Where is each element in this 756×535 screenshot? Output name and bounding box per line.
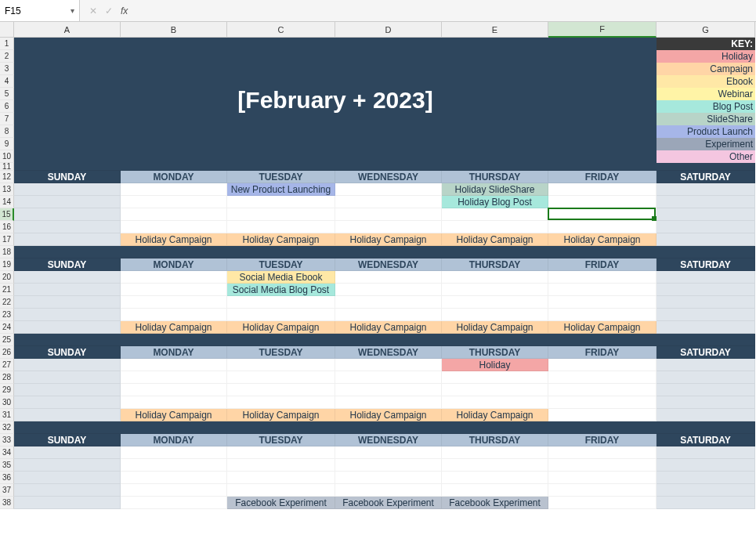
cell-B30[interactable] (121, 396, 227, 409)
event-campaign-C24[interactable]: Holiday Campaign (227, 321, 335, 334)
cell-B38[interactable] (121, 497, 227, 509)
row-header-8[interactable]: 8 (0, 125, 14, 138)
cell-A15[interactable] (14, 208, 121, 221)
cell-B36[interactable] (121, 472, 227, 484)
cell-B29[interactable] (121, 384, 227, 396)
column-header-C[interactable]: C (227, 22, 335, 38)
cell-G22[interactable] (657, 296, 755, 309)
event-campaign-D31[interactable]: Holiday Campaign (335, 409, 442, 421)
event-campaign-B17[interactable]: Holiday Campaign (121, 233, 227, 246)
cell-A13[interactable] (14, 183, 121, 196)
cell-D13[interactable] (335, 183, 442, 196)
row-header-20[interactable]: 20 (0, 271, 14, 284)
row-header-13[interactable]: 13 (0, 183, 14, 196)
cell-F27[interactable] (548, 359, 657, 371)
fx-icon[interactable]: fx (121, 5, 128, 16)
row-header-12[interactable]: 12 (0, 171, 14, 183)
event-campaign-D17[interactable]: Holiday Campaign (335, 233, 442, 246)
cell-G36[interactable] (657, 472, 755, 484)
event-campaign-B31[interactable]: Holiday Campaign (121, 409, 227, 421)
cell-B22[interactable] (121, 296, 227, 309)
row-header-9[interactable]: 9 (0, 138, 14, 150)
cell-A27[interactable] (14, 359, 121, 371)
row-header-27[interactable]: 27 (0, 359, 14, 371)
cell-B34[interactable] (121, 446, 227, 459)
cell-E37[interactable] (442, 484, 548, 497)
cell-A29[interactable] (14, 384, 121, 396)
row-header-15[interactable]: 15 (0, 208, 14, 221)
cell-F37[interactable] (548, 484, 657, 497)
cell-C30[interactable] (227, 396, 335, 409)
row-header-7[interactable]: 7 (0, 113, 14, 125)
event-campaign-F24[interactable]: Holiday Campaign (548, 321, 657, 334)
cell-G13[interactable] (657, 183, 755, 196)
cell-G38[interactable] (657, 497, 755, 509)
cell-G24[interactable] (657, 321, 755, 334)
cell-C28[interactable] (227, 371, 335, 384)
cell-B37[interactable] (121, 484, 227, 497)
cell-A21[interactable] (14, 284, 121, 296)
cell-F35[interactable] (548, 459, 657, 472)
row-header-21[interactable]: 21 (0, 284, 14, 296)
cell-A31[interactable] (14, 409, 121, 421)
event-blog-E14[interactable]: Holiday Blog Post (442, 196, 548, 208)
cell-E36[interactable] (442, 472, 548, 484)
event-blog-C21[interactable]: Social Media Blog Post (227, 284, 335, 296)
cancel-icon[interactable]: ✕ (89, 5, 97, 16)
cell-A36[interactable] (14, 472, 121, 484)
column-header-E[interactable]: E (442, 22, 548, 38)
row-header-11[interactable]: 11 (0, 163, 14, 171)
cell-F28[interactable] (548, 371, 657, 384)
event-experiment-D38[interactable]: Facebook Experiment (335, 497, 442, 509)
cell-E15[interactable] (442, 208, 548, 221)
cell-A28[interactable] (14, 371, 121, 384)
cell-B35[interactable] (121, 459, 227, 472)
row-header-17[interactable]: 17 (0, 233, 14, 246)
cell-F30[interactable] (548, 396, 657, 409)
cell-A17[interactable] (14, 233, 121, 246)
cell-D37[interactable] (335, 484, 442, 497)
row-header-5[interactable]: 5 (0, 88, 14, 100)
cell-F14[interactable] (548, 196, 657, 208)
event-holiday-E27[interactable]: Holiday (442, 359, 548, 371)
row-header-33[interactable]: 33 (0, 434, 14, 446)
cell-F16[interactable] (548, 221, 657, 233)
name-box[interactable]: F15 ▾ (0, 0, 80, 21)
event-experiment-E38[interactable]: Facebook Experiment (442, 497, 548, 509)
row-header-1[interactable]: 1 (0, 38, 14, 50)
cell-D15[interactable] (335, 208, 442, 221)
event-campaign-E31[interactable]: Holiday Campaign (442, 409, 548, 421)
cell-C34[interactable] (227, 446, 335, 459)
column-header-B[interactable]: B (121, 22, 227, 38)
event-experiment-C38[interactable]: Facebook Experiment (227, 497, 335, 509)
column-header-F[interactable]: F (548, 22, 657, 38)
event-campaign-C17[interactable]: Holiday Campaign (227, 233, 335, 246)
event-campaign-C31[interactable]: Holiday Campaign (227, 409, 335, 421)
cell-F23[interactable] (548, 309, 657, 321)
cell-F34[interactable] (548, 446, 657, 459)
cell-G37[interactable] (657, 484, 755, 497)
cell-D30[interactable] (335, 396, 442, 409)
column-header-D[interactable]: D (335, 22, 442, 38)
grid[interactable]: 1234567891011121314151617181920212223242… (0, 38, 756, 535)
row-header-6[interactable]: 6 (0, 100, 14, 113)
cell-F22[interactable] (548, 296, 657, 309)
cell-F13[interactable] (548, 183, 657, 196)
cell-D14[interactable] (335, 196, 442, 208)
cell-G30[interactable] (657, 396, 755, 409)
cell-C29[interactable] (227, 384, 335, 396)
cell-D34[interactable] (335, 446, 442, 459)
row-header-30[interactable]: 30 (0, 396, 14, 409)
cell-B13[interactable] (121, 183, 227, 196)
row-header-29[interactable]: 29 (0, 384, 14, 396)
cell-A22[interactable] (14, 296, 121, 309)
cell-D29[interactable] (335, 384, 442, 396)
cell-G16[interactable] (657, 221, 755, 233)
row-header-22[interactable]: 22 (0, 296, 14, 309)
row-header-23[interactable]: 23 (0, 309, 14, 321)
row-header-2[interactable]: 2 (0, 50, 14, 63)
row-header-19[interactable]: 19 (0, 258, 14, 271)
cell-E35[interactable] (442, 459, 548, 472)
cell-E30[interactable] (442, 396, 548, 409)
cell-G28[interactable] (657, 371, 755, 384)
